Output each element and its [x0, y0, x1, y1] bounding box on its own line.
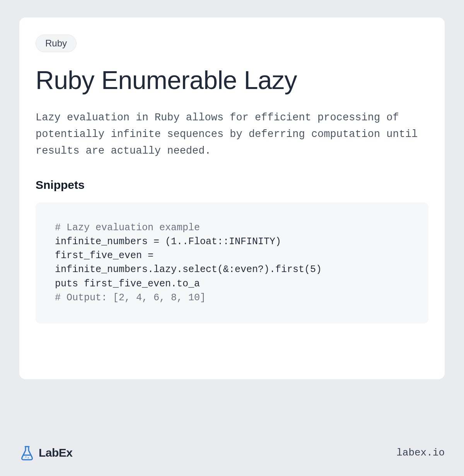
language-tag: Ruby: [36, 34, 77, 52]
code-comment: # Lazy evaluation example: [55, 222, 200, 233]
footer: LabEx labex.io: [0, 445, 464, 461]
description-text: Lazy evaluation in Ruby allows for effic…: [36, 110, 428, 160]
site-url: labex.io: [396, 447, 445, 459]
code-block: # Lazy evaluation example infinite_numbe…: [36, 202, 428, 324]
code-line: infinite_numbers = (1..Float::INFINITY): [55, 236, 281, 247]
svg-point-2: [28, 457, 29, 458]
content-card: Ruby Ruby Enumerable Lazy Lazy evaluatio…: [19, 17, 445, 379]
code-comment: # Output: [2, 4, 6, 8, 10]: [55, 292, 206, 303]
svg-point-1: [26, 457, 26, 457]
code-line: first_five_even = infinite_numbers.lazy.…: [55, 250, 322, 275]
flask-icon: [19, 445, 35, 461]
brand-logo: LabEx: [19, 445, 73, 461]
snippets-heading: Snippets: [36, 178, 428, 192]
page-title: Ruby Enumerable Lazy: [36, 65, 428, 95]
brand-name: LabEx: [39, 446, 73, 459]
code-line: puts first_five_even.to_a: [55, 278, 200, 289]
